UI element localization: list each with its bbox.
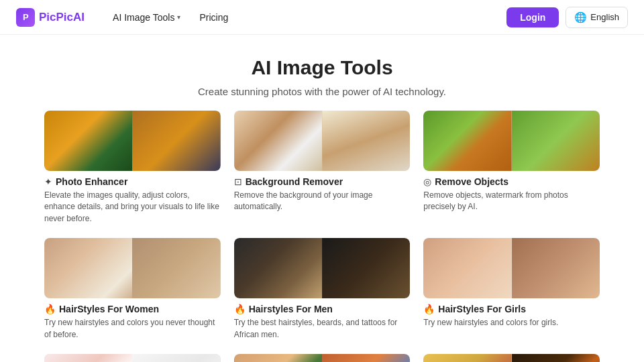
tool-card[interactable]: ◎Remove ObjectsRemove objects, watermark…: [423, 111, 600, 225]
hero-subtitle: Create stunning photos with the power of…: [11, 86, 633, 97]
tool-card[interactable]: ✏Portrait To Art PaintingTurn your selfi…: [234, 354, 411, 362]
logo[interactable]: P PicPicAI: [16, 8, 85, 27]
tool-desc: Remove the background of your image auto…: [234, 190, 411, 213]
tool-card[interactable]: 🔥Hairstyles For MenTry the best hairstyl…: [234, 238, 411, 341]
nav-item-tools[interactable]: AI Image Tools ▾: [106, 8, 187, 27]
nav-actions: Login 🌐 English: [506, 7, 628, 28]
tool-desc: Try new hairstyles and colors you never …: [44, 317, 221, 341]
tool-card[interactable]: ✏Portrait To SketchTurn your selfie port…: [44, 354, 221, 362]
nav-item-pricing[interactable]: Pricing: [193, 8, 235, 27]
tool-icon: 🔥: [423, 304, 435, 314]
login-button[interactable]: Login: [506, 7, 559, 27]
tool-icon: 🔥: [44, 304, 56, 314]
tool-title: HairStyles For Girls: [438, 304, 526, 314]
language-selector[interactable]: 🌐 English: [566, 7, 628, 28]
tool-icon: ◎: [423, 176, 431, 187]
tool-icon: 🔥: [234, 304, 246, 314]
logo-text: PicPicAI: [39, 11, 85, 24]
tool-desc: Try new hairstyles and colors for girls.: [423, 317, 600, 328]
page-title: AI Image Tools: [11, 56, 633, 79]
tool-title: Hairstyles For Men: [249, 304, 333, 314]
tool-desc: Try the best hairstyles, beards, and tat…: [234, 317, 411, 341]
tool-icon: ✦: [44, 176, 52, 187]
tool-desc: Elevate the images quality, adjust color…: [44, 190, 221, 225]
tool-title: HairStyles For Women: [59, 304, 159, 314]
tool-card[interactable]: 🔥HairStyles For GirlsTry new hairstyles …: [423, 238, 600, 341]
globe-icon: 🌐: [574, 11, 587, 23]
tool-title: Background Remover: [246, 176, 343, 187]
tools-grid: ✦Photo EnhancerElevate the images qualit…: [34, 111, 610, 362]
hero-section: AI Image Tools Create stunning photos wi…: [0, 35, 644, 111]
navbar: P PicPicAI AI Image Tools ▾ Pricing Logi…: [0, 0, 644, 35]
tool-icon: ⊡: [234, 176, 242, 187]
tool-title: Remove Objects: [435, 176, 508, 187]
nav-links: AI Image Tools ▾ Pricing: [106, 8, 506, 27]
tool-card[interactable]: ⊡Background RemoverRemove the background…: [234, 111, 411, 225]
tool-desc: Remove objects, watermark from photos pr…: [423, 190, 600, 213]
chevron-down-icon: ▾: [177, 13, 180, 21]
tool-title: Photo Enhancer: [56, 176, 127, 187]
tool-card[interactable]: 🎉Festival Photo MakerCreate your own att…: [423, 354, 600, 362]
tool-card[interactable]: 🔥HairStyles For WomenTry new hairstyles …: [44, 238, 221, 341]
logo-icon: P: [16, 8, 35, 27]
tool-card[interactable]: ✦Photo EnhancerElevate the images qualit…: [44, 111, 221, 225]
